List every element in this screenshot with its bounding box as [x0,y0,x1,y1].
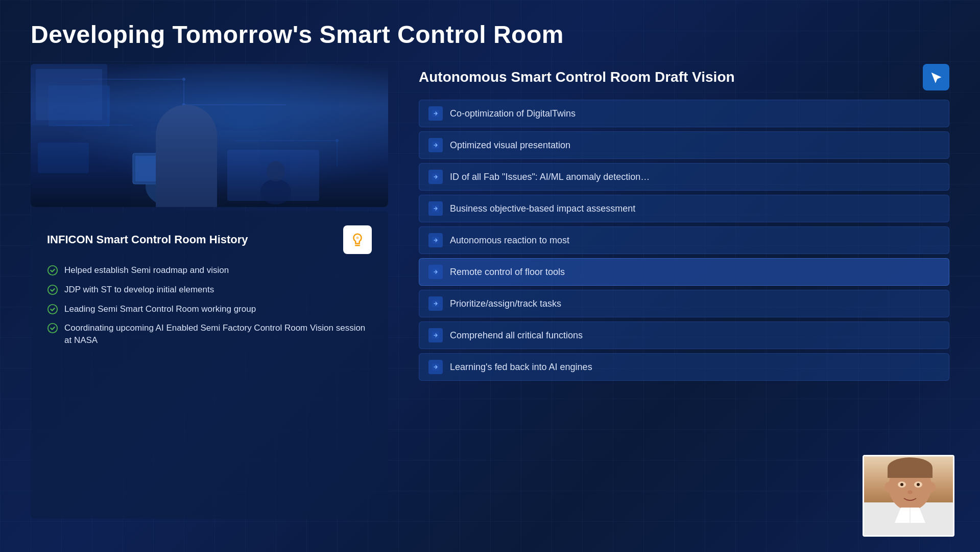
arrow-icon [428,138,443,152]
history-header: INFICON Smart Control Room History [47,225,372,254]
history-box: INFICON Smart Control Room History Helpe… [31,211,388,519]
arrow-icon [428,106,443,121]
vision-item-text: ID of all Fab "Issues": AI/ML anomaly de… [450,172,650,182]
svg-point-17 [260,179,291,204]
vision-title: Autonomous Smart Control Room Draft Visi… [419,69,735,85]
right-column: Autonomous Smart Control Room Draft Visi… [419,64,949,519]
svg-rect-37 [888,468,933,478]
svg-point-21 [48,285,57,294]
history-item-text: Leading Semi Smart Control Room working … [64,303,256,315]
check-icon [47,304,58,315]
svg-point-44 [927,482,936,492]
hero-image-inner [31,64,388,207]
vision-item-text: Remote control of floor tools [450,267,565,278]
svg-point-41 [917,483,920,486]
history-item: Helped establish Semi roadmap and vision [47,264,372,277]
vision-item: Autonomous reaction to most [419,226,949,254]
history-item-text: Coordinating upcoming AI Enabled Semi Fa… [64,322,372,347]
cursor-button[interactable] [923,64,949,90]
vision-item: Learning's fed back into AI engines [419,353,949,381]
arrow-icon [428,296,443,311]
hero-image [31,64,388,207]
vision-item: Business objective-based impact assessme… [419,195,949,222]
history-title: INFICON Smart Control Room History [47,233,248,246]
lightbulb-icon [350,232,365,247]
person-silhouette [31,64,388,207]
content-row: INFICON Smart Control Room History Helpe… [31,64,949,519]
history-item-text: JDP with ST to develop initial elements [64,284,214,296]
history-item: Coordinating upcoming AI Enabled Semi Fa… [47,322,372,347]
left-column: INFICON Smart Control Room History Helpe… [31,64,388,519]
lightbulb-button[interactable] [343,225,372,254]
arrow-icon [428,170,443,184]
slide: Developing Tomorrow's Smart Control Room [0,0,980,552]
vision-item-text: Optimized visual presentation [450,140,570,151]
check-icon [47,323,58,334]
video-thumbnail [863,455,954,537]
arrow-icon [428,265,443,279]
arrow-icon [428,328,443,342]
vision-item: Comprehend all critical functions [419,321,949,349]
vision-item-text: Autonomous reaction to most [450,235,569,246]
svg-rect-16 [36,69,102,120]
svg-point-11 [163,126,194,145]
svg-point-42 [907,490,913,494]
vision-item: Co-optimization of DigitalTwins [419,100,949,127]
arrow-icon [428,233,443,247]
svg-point-20 [48,266,57,275]
svg-point-43 [885,482,893,492]
arrow-icon [428,360,443,374]
cursor-icon [929,70,943,84]
svg-point-18 [267,161,285,181]
svg-point-22 [48,304,57,313]
svg-rect-14 [135,156,176,181]
svg-point-10 [164,126,193,160]
vision-item: Optimized visual presentation [419,131,949,159]
vision-item-text: Prioritize/assign/track tasks [450,298,561,309]
history-list: Helped establish Semi roadmap and vision… [47,264,372,347]
svg-point-23 [48,324,57,333]
svg-point-40 [900,483,903,486]
vision-header: Autonomous Smart Control Room Draft Visi… [419,64,949,90]
svg-point-19 [356,237,359,239]
history-item-text: Helped establish Semi roadmap and vision [64,264,229,277]
vision-item: Prioritize/assign/track tasks [419,290,949,317]
check-icon [47,284,58,295]
vision-item-text: Learning's fed back into AI engines [450,362,592,373]
history-item: Leading Semi Smart Control Room working … [47,303,372,315]
vision-item: ID of all Fab "Issues": AI/ML anomaly de… [419,163,949,191]
main-title: Developing Tomorrow's Smart Control Room [31,20,949,49]
vision-item-text: Co-optimization of DigitalTwins [450,108,576,119]
video-person-face [864,456,953,535]
history-item: JDP with ST to develop initial elements [47,284,372,296]
check-icon [47,265,58,276]
vision-item-text: Business objective-based impact assessme… [450,203,635,214]
video-person-svg [864,456,954,537]
vision-item-text: Comprehend all critical functions [450,330,583,341]
vision-item: Remote control of floor tools [419,258,949,286]
arrow-icon [428,201,443,216]
